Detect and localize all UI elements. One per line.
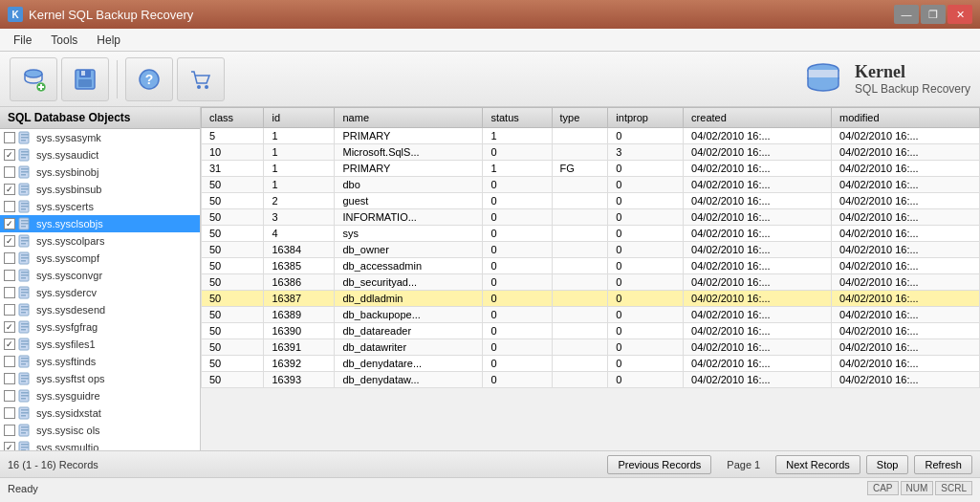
tree-checkbox[interactable]: ✓ — [4, 149, 15, 161]
tree-label: sys.sysclsobjs — [36, 218, 103, 229]
tree-checkbox[interactable] — [4, 166, 15, 178]
column-header-type[interactable]: type — [552, 108, 608, 128]
table-row[interactable]: 311PRIMARY1FG004/02/2010 16:...04/02/201… — [202, 161, 980, 177]
table-row[interactable]: 5016384db_owner0004/02/2010 16:...04/02/… — [202, 242, 980, 258]
tree-checkbox[interactable] — [4, 373, 15, 384]
table-row[interactable]: 5016389db_backupope...0004/02/2010 16:..… — [202, 307, 980, 323]
tree-item[interactable]: sys.sysguidre — [0, 387, 200, 404]
tree-checkbox[interactable] — [4, 407, 15, 419]
tree-item[interactable]: sys.syscerts — [0, 198, 200, 215]
menu-help[interactable]: Help — [87, 31, 130, 50]
table-row[interactable]: 51PRIMARY1004/02/2010 16:...04/02/2010 1… — [202, 128, 980, 144]
table-row[interactable]: 504sys0004/02/2010 16:...04/02/2010 16:.… — [202, 226, 980, 242]
tree-item[interactable]: sys.sysftst ops — [0, 370, 200, 387]
cell-intprop: 0 — [608, 323, 684, 339]
tree-item[interactable]: ✓sys.sysfgfrag — [0, 318, 200, 336]
tree-item[interactable]: sys.sysidxstat — [0, 404, 200, 422]
table-row[interactable]: 5016392db_denydatare...0004/02/2010 16:.… — [202, 356, 980, 372]
column-header-name[interactable]: name — [335, 108, 483, 128]
table-row[interactable]: 501dbo0004/02/2010 16:...04/02/2010 16:.… — [202, 177, 980, 193]
tree-item[interactable]: ✓sys.sysaudict — [0, 146, 200, 164]
table-row[interactable]: 5016390db_datareader0004/02/2010 16:...0… — [202, 323, 980, 339]
table-row[interactable]: 5016386db_securityad...0004/02/2010 16:.… — [202, 274, 980, 291]
tree-item[interactable]: sys.sysdercv — [0, 284, 200, 301]
close-button[interactable]: ✕ — [947, 5, 972, 24]
tree-item[interactable]: ✓sys.syscolpars — [0, 232, 200, 250]
svg-rect-7 — [81, 71, 85, 76]
cell-type — [552, 372, 608, 388]
tree-item[interactable]: ✓sys.sysmultio — [0, 439, 200, 450]
tree-item[interactable]: sys.sysftinds — [0, 353, 200, 370]
svg-rect-40 — [21, 243, 26, 245]
tree-item[interactable]: ✓sys.sysfiles1 — [0, 336, 200, 353]
tree-checkbox[interactable]: ✓ — [4, 442, 15, 450]
column-header-modified[interactable]: modified — [832, 108, 980, 128]
tree-item[interactable]: ✓sys.sysbinsub — [0, 181, 200, 198]
file-icon — [18, 372, 33, 385]
tree-item[interactable]: sys.sysconvgr — [0, 267, 200, 284]
table-row[interactable]: 5016385db_accessadmin0004/02/2010 16:...… — [202, 258, 980, 274]
table-row[interactable]: 5016387db_ddladmin0004/02/2010 16:...04/… — [202, 291, 980, 307]
tree-item[interactable]: sys.sysisc ols — [0, 422, 200, 439]
tree-checkbox[interactable] — [4, 132, 15, 143]
svg-rect-35 — [21, 223, 29, 225]
table-row[interactable]: 5016393db_denydataw...0004/02/2010 16:..… — [202, 372, 980, 388]
cell-modified: 04/02/2010 16:... — [832, 356, 980, 372]
restore-button[interactable]: ❐ — [921, 5, 946, 24]
tree-checkbox[interactable] — [4, 270, 15, 281]
svg-rect-32 — [21, 208, 26, 210]
column-header-id[interactable]: id — [264, 108, 335, 128]
svg-rect-50 — [21, 289, 29, 291]
cell-type — [552, 274, 608, 291]
column-header-status[interactable]: status — [483, 108, 552, 128]
tree-checkbox[interactable] — [4, 425, 15, 436]
cell-class: 10 — [202, 144, 264, 161]
tree-checkbox[interactable]: ✓ — [4, 338, 15, 350]
refresh-button[interactable]: Refresh — [914, 455, 972, 474]
cell-type — [552, 193, 608, 209]
column-header-class[interactable]: class — [202, 108, 264, 128]
cell-intprop: 3 — [608, 144, 684, 161]
table-row[interactable]: 503INFORMATIO...0004/02/2010 16:...04/02… — [202, 209, 980, 226]
help-button[interactable]: ? — [125, 57, 173, 101]
table-row[interactable]: 502guest0004/02/2010 16:...04/02/2010 16… — [202, 193, 980, 209]
column-header-created[interactable]: created — [684, 108, 832, 128]
save-button[interactable] — [61, 57, 109, 101]
next-records-button[interactable]: Next Records — [775, 455, 860, 474]
tree-item[interactable]: sys.sysasymk — [0, 129, 200, 146]
svg-rect-42 — [21, 254, 29, 256]
tree-checkbox[interactable] — [4, 287, 15, 298]
tree-checkbox[interactable] — [4, 252, 15, 264]
column-header-intprop[interactable]: intprop — [608, 108, 684, 128]
prev-records-button[interactable]: Previous Records — [607, 455, 711, 474]
tree-checkbox[interactable]: ✓ — [4, 184, 15, 195]
table-row[interactable]: 101Microsoft.SqlS...0304/02/2010 16:...0… — [202, 144, 980, 161]
tree-checkbox[interactable]: ✓ — [4, 235, 15, 247]
tree-item[interactable]: sys.sysdesend — [0, 301, 200, 318]
add-database-button[interactable] — [10, 57, 57, 101]
svg-rect-14 — [21, 134, 29, 136]
tree-checkbox[interactable] — [4, 390, 15, 402]
cell-created: 04/02/2010 16:... — [684, 226, 832, 242]
tree-checkbox[interactable] — [4, 304, 15, 316]
tree-checkbox[interactable] — [4, 201, 15, 212]
tree-item[interactable]: ✓sys.sysclsobjs — [0, 215, 200, 232]
data-grid[interactable]: classidnamestatustypeintpropcreatedmodif… — [201, 107, 980, 450]
stop-button[interactable]: Stop — [866, 455, 909, 474]
tree-item[interactable]: sys.syscompf — [0, 250, 200, 267]
svg-rect-28 — [21, 191, 26, 193]
minimize-button[interactable]: — — [894, 5, 919, 24]
cell-class: 50 — [202, 372, 264, 388]
tree-checkbox[interactable] — [4, 356, 15, 367]
logo-area: Kernel SQL Backup Recovery — [799, 57, 970, 101]
svg-rect-55 — [21, 309, 29, 311]
cart-button[interactable] — [177, 57, 225, 101]
menu-tools[interactable]: Tools — [41, 31, 87, 50]
tree-item[interactable]: sys.sysbinobj — [0, 164, 200, 181]
cell-modified: 04/02/2010 16:... — [832, 209, 980, 226]
cell-created: 04/02/2010 16:... — [684, 356, 832, 372]
tree-checkbox[interactable]: ✓ — [4, 321, 15, 333]
tree-checkbox[interactable]: ✓ — [4, 218, 15, 229]
table-row[interactable]: 5016391db_datawriter0004/02/2010 16:...0… — [202, 339, 980, 356]
menu-file[interactable]: File — [4, 31, 41, 50]
